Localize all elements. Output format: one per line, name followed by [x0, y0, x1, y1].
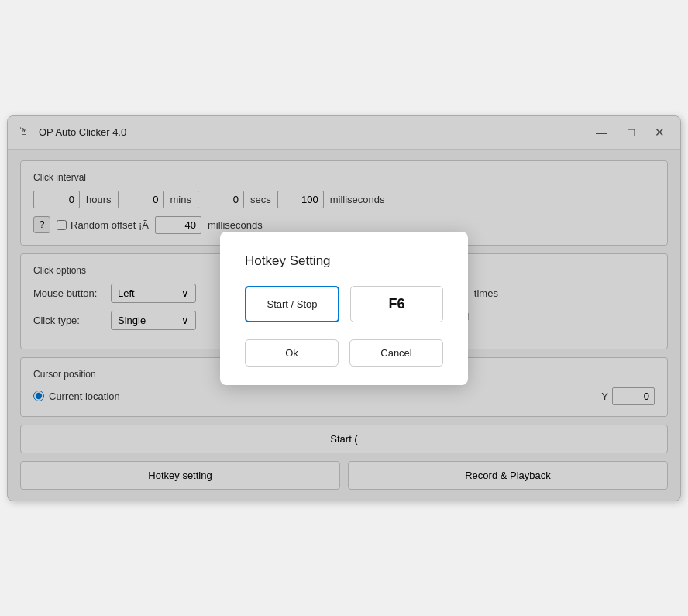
modal-action-row: Ok Cancel: [245, 339, 443, 367]
modal-hotkey-row: Start / Stop F6: [245, 286, 443, 322]
hotkey-value-button[interactable]: F6: [350, 286, 443, 322]
modal-title: Hotkey Setting: [245, 253, 443, 269]
main-window: 🖱 OP Auto Clicker 4.0 — □ ✕ Click interv…: [7, 115, 681, 501]
modal-overlay: Hotkey Setting Start / Stop F6 Ok Cancel: [8, 116, 680, 501]
modal-ok-button[interactable]: Ok: [245, 339, 339, 367]
hotkey-modal: Hotkey Setting Start / Stop F6 Ok Cancel: [220, 232, 468, 385]
modal-cancel-button[interactable]: Cancel: [349, 339, 443, 367]
hotkey-start-stop-button[interactable]: Start / Stop: [245, 286, 339, 322]
